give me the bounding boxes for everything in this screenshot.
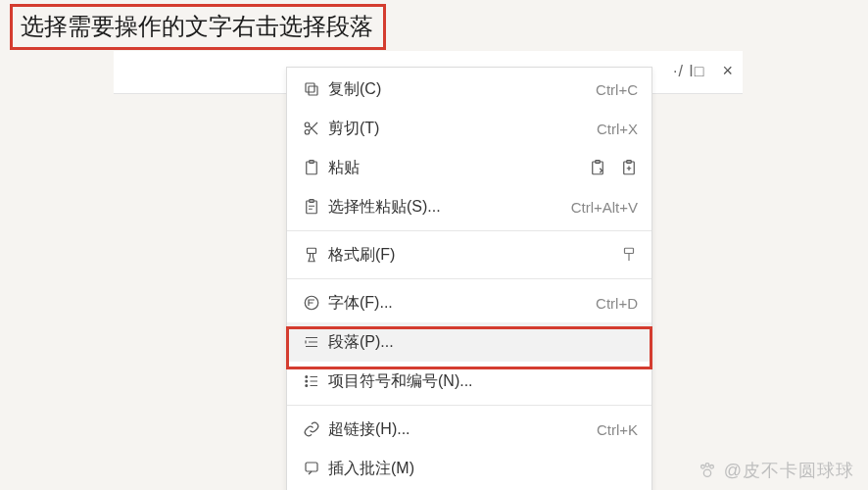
paste-option1-icon[interactable] — [589, 159, 606, 176]
menu-separator — [287, 278, 651, 279]
menu-paste[interactable]: 粘贴 — [287, 148, 651, 187]
svg-point-21 — [709, 466, 713, 469]
watermark-text: @皮不卡圆球球 — [724, 459, 854, 482]
menu-paragraph[interactable]: 段落(P)... — [287, 322, 651, 362]
menu-paste-special-shortcut: Ctrl+Alt+V — [571, 199, 638, 216]
svg-rect-12 — [308, 248, 316, 253]
menu-hyperlink[interactable]: 超链接(H)... Ctrl+K — [287, 410, 651, 449]
context-menu: 复制(C) Ctrl+C 剪切(T) Ctrl+X 粘贴 选择性粘贴(S)...… — [286, 67, 652, 490]
menu-paste-label: 粘贴 — [328, 158, 589, 178]
paint-brush-icon — [303, 246, 328, 264]
menu-bullets-label: 项目符号和编号(N)... — [328, 371, 638, 392]
menu-hyperlink-shortcut: Ctrl+K — [597, 421, 638, 438]
svg-rect-13 — [625, 248, 634, 253]
list-icon — [303, 372, 328, 390]
watermark: @皮不卡圆球球 — [697, 459, 854, 482]
menu-separator — [287, 405, 651, 406]
svg-rect-0 — [309, 86, 317, 95]
menu-paste-special[interactable]: 选择性粘贴(S)... Ctrl+Alt+V — [287, 187, 651, 226]
menu-copy[interactable]: 复制(C) Ctrl+C — [287, 70, 651, 109]
menu-format-painter-label: 格式刷(F) — [328, 245, 620, 266]
menu-separator — [287, 230, 651, 231]
svg-point-22 — [703, 469, 710, 476]
menu-comment[interactable]: 插入批注(M) — [287, 449, 651, 488]
menu-copy-shortcut: Ctrl+C — [596, 81, 638, 98]
menu-comment-label: 插入批注(M) — [328, 459, 638, 479]
clipboard-special-icon — [303, 198, 328, 216]
menu-copy-label: 复制(C) — [328, 79, 596, 100]
menu-cut[interactable]: 剪切(T) Ctrl+X — [287, 109, 651, 148]
svg-rect-18 — [306, 463, 317, 471]
instruction-callout: 选择需要操作的文字右击选择段落 — [10, 4, 386, 50]
paragraph-icon — [303, 333, 328, 351]
scissors-icon — [303, 120, 328, 137]
svg-point-17 — [306, 385, 308, 387]
menu-paragraph-label: 段落(P)... — [328, 332, 638, 353]
menu-cut-label: 剪切(T) — [328, 119, 597, 139]
close-icon[interactable]: × — [722, 61, 733, 81]
instruction-text: 选择需要操作的文字右击选择段落 — [21, 13, 373, 39]
link-icon — [303, 420, 328, 438]
svg-point-20 — [705, 464, 709, 467]
paw-icon — [697, 460, 718, 481]
menu-format-painter[interactable]: 格式刷(F) — [287, 235, 651, 274]
clipboard-icon — [303, 159, 328, 176]
comment-icon — [303, 460, 328, 477]
topbar-label: ·/ I□ — [673, 63, 704, 80]
paste-option2-icon[interactable] — [620, 159, 638, 176]
font-icon — [303, 294, 328, 312]
menu-font-label: 字体(F)... — [328, 293, 596, 314]
svg-point-16 — [306, 380, 308, 382]
svg-rect-1 — [306, 83, 314, 92]
menu-bullets[interactable]: 项目符号和编号(N)... — [287, 362, 651, 401]
menu-paste-special-label: 选择性粘贴(S)... — [328, 197, 571, 218]
menu-cut-shortcut: Ctrl+X — [597, 121, 638, 137]
svg-point-15 — [306, 376, 308, 378]
menu-font-shortcut: Ctrl+D — [596, 295, 638, 312]
menu-hyperlink-label: 超链接(H)... — [328, 419, 597, 440]
svg-point-19 — [700, 466, 704, 469]
copy-icon — [303, 80, 328, 98]
format-painter-trailing-icon — [620, 246, 638, 264]
menu-font[interactable]: 字体(F)... Ctrl+D — [287, 283, 651, 322]
